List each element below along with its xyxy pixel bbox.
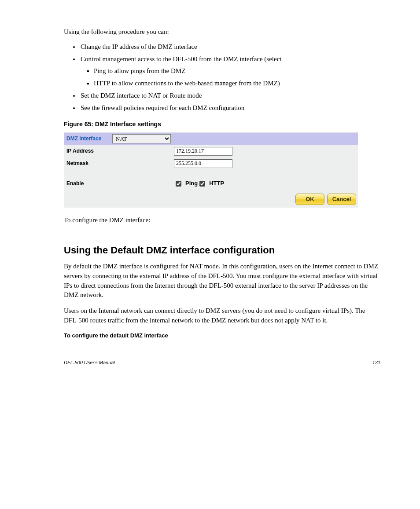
bullet-item: Control management access to the DFL-500… xyxy=(80,55,380,88)
ip-address-label: IP Address xyxy=(66,147,112,155)
http-label: HTTP xyxy=(209,179,224,188)
enable-label: Enable xyxy=(66,180,174,187)
ip-address-input[interactable] xyxy=(174,147,232,156)
http-checkbox-group: HTTP xyxy=(198,179,224,188)
bullet-item: Set the DMZ interface to NAT or Route mo… xyxy=(80,91,380,101)
http-checkbox[interactable] xyxy=(199,181,205,187)
steps-heading: To configure the default DMZ interface xyxy=(64,332,380,340)
figure-caption: Figure 65: DMZ Interface settings xyxy=(64,120,380,128)
bullet-item: Change the IP address of the DMZ interfa… xyxy=(80,42,380,52)
ping-label: Ping xyxy=(185,179,198,188)
ip-address-row: IP Address xyxy=(64,145,358,157)
paragraph: By default the DMZ interface is configur… xyxy=(64,262,380,300)
bullet-list: Change the IP address of the DMZ interfa… xyxy=(64,42,380,113)
bullet-item: See the firewall policies required for e… xyxy=(80,103,380,113)
inner-bullet-item: Ping to allow pings from the DMZ xyxy=(94,66,380,76)
page-footer: DFL-500 User's Manual 131 xyxy=(64,359,380,366)
ping-checkbox[interactable] xyxy=(176,181,181,187)
netmask-input[interactable] xyxy=(174,159,232,168)
dmz-settings-panel: DMZ Interface NAT IP Address Netmask Ena… xyxy=(64,132,358,208)
enable-row: Enable Ping HTTP xyxy=(64,178,358,190)
ping-checkbox-group: Ping xyxy=(174,179,198,188)
mode-select[interactable]: NAT xyxy=(112,134,171,143)
after-figure-text: To configure the DMZ interface: xyxy=(64,216,380,225)
section-heading: Using the Default DMZ interface configur… xyxy=(64,243,380,257)
intro-text: Using the following procedure you can: xyxy=(64,27,380,37)
netmask-row: Netmask xyxy=(64,157,358,170)
panel-header-row: DMZ Interface NAT xyxy=(64,133,358,145)
ok-button[interactable]: OK xyxy=(295,194,324,205)
footer-page-number: 131 xyxy=(372,359,380,366)
footer-left: DFL-500 User's Manual xyxy=(64,359,115,366)
cancel-button[interactable]: Cancel xyxy=(327,194,356,205)
inner-bullet-list: Ping to allow pings from the DMZ HTTP to… xyxy=(81,66,380,88)
netmask-label: Netmask xyxy=(66,160,112,167)
button-row: OK Cancel xyxy=(64,190,358,208)
inner-bullet-item: HTTP to allow connections to the web-bas… xyxy=(94,79,380,88)
dmz-interface-label: DMZ Interface xyxy=(66,135,112,143)
paragraph: Users on the Internal network can connec… xyxy=(64,306,380,326)
spacer-row xyxy=(64,170,358,178)
bullet-item-text: Control management access to the DFL-500… xyxy=(81,55,282,62)
